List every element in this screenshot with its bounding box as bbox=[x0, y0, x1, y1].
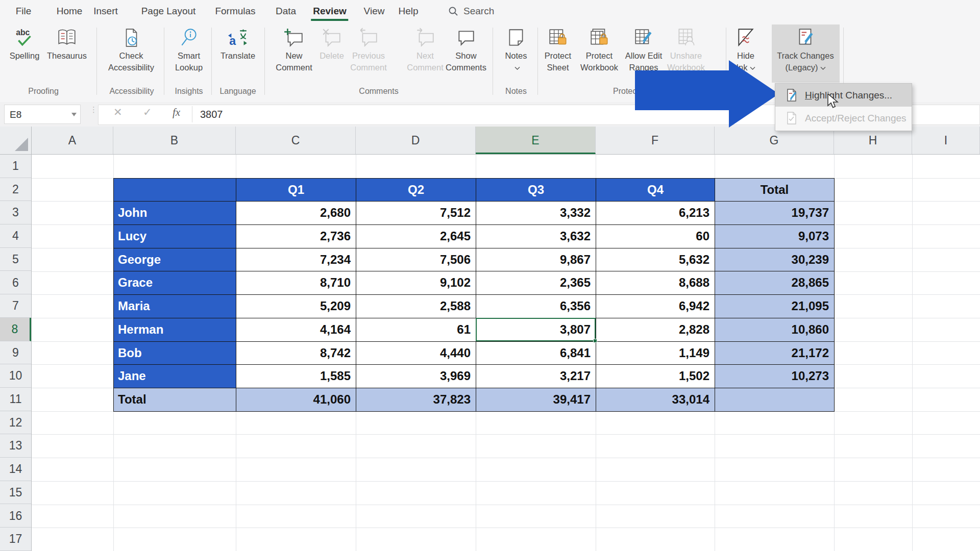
new-comment-button[interactable]: New Comment bbox=[272, 26, 316, 83]
total-row-value[interactable]: 33,014 bbox=[596, 388, 715, 412]
row-header-10[interactable]: 10 bbox=[0, 364, 31, 388]
value-cell[interactable]: 8,742 bbox=[236, 342, 356, 365]
thesaurus-button[interactable]: Thesaurus bbox=[45, 26, 89, 83]
name-cell[interactable]: Grace bbox=[114, 271, 236, 295]
total-cell[interactable]: 28,865 bbox=[715, 271, 835, 295]
total-row-value[interactable]: 41,060 bbox=[236, 388, 356, 412]
table-header-Q1[interactable]: Q1 bbox=[236, 179, 356, 202]
formula-bar-grip[interactable]: ⋮ bbox=[90, 107, 97, 112]
value-cell[interactable]: 1,502 bbox=[596, 365, 715, 388]
total-row-value[interactable]: 39,417 bbox=[476, 388, 596, 412]
row-header-7[interactable]: 7 bbox=[0, 294, 31, 318]
row-header-4[interactable]: 4 bbox=[0, 224, 31, 248]
fx-icon[interactable]: fx bbox=[173, 106, 180, 119]
total-cell[interactable]: 21,172 bbox=[715, 342, 835, 365]
total-cell[interactable]: 19,737 bbox=[715, 202, 835, 225]
show-comments-button[interactable]: Show Comments bbox=[442, 26, 491, 83]
total-cell[interactable]: 10,860 bbox=[715, 318, 835, 342]
formula-input[interactable]: 3807 bbox=[200, 102, 223, 127]
row-header-15[interactable]: 15 bbox=[0, 481, 31, 505]
row-header-1[interactable]: 1 bbox=[0, 155, 31, 178]
tab-insert[interactable]: Insert bbox=[93, 0, 118, 22]
row-header-2[interactable]: 2 bbox=[0, 178, 31, 202]
total-cell[interactable]: 10,273 bbox=[715, 365, 835, 388]
value-cell[interactable]: 2,365 bbox=[476, 271, 596, 295]
tab-file[interactable]: File bbox=[16, 0, 32, 22]
row-header-5[interactable]: 5 bbox=[0, 248, 31, 271]
name-cell[interactable]: Bob bbox=[114, 342, 236, 365]
hide-ink-button[interactable]: Hide Ink bbox=[730, 26, 761, 83]
name-box-caret-icon[interactable] bbox=[71, 113, 77, 116]
column-header-E[interactable]: E bbox=[476, 127, 596, 154]
row-header-11[interactable]: 11 bbox=[0, 388, 31, 411]
value-cell[interactable]: 8,688 bbox=[596, 271, 715, 295]
tab-home[interactable]: Home bbox=[57, 0, 83, 22]
tab-page-layout[interactable]: Page Layout bbox=[141, 0, 196, 22]
fill-handle[interactable] bbox=[593, 339, 597, 343]
notes-button[interactable]: Notes bbox=[501, 26, 531, 83]
name-cell[interactable]: Lucy bbox=[114, 225, 236, 248]
value-cell[interactable]: 8,710 bbox=[236, 271, 356, 295]
total-row-value[interactable]: 37,823 bbox=[356, 388, 476, 412]
value-cell[interactable]: 6,213 bbox=[596, 202, 715, 225]
tab-review[interactable]: Review bbox=[313, 0, 346, 22]
row-header-13[interactable]: 13 bbox=[0, 434, 31, 458]
check-accessibility-button[interactable]: Check Accessibility bbox=[103, 26, 160, 83]
menu-item-highlight-changes[interactable]: Highlight Changes... bbox=[775, 84, 912, 107]
row-header-6[interactable]: 6 bbox=[0, 271, 31, 295]
table-header-Q4[interactable]: Q4 bbox=[596, 179, 715, 202]
value-cell[interactable]: 9,102 bbox=[356, 271, 476, 295]
column-header-C[interactable]: C bbox=[236, 127, 356, 154]
value-cell[interactable]: 3,332 bbox=[476, 202, 596, 225]
value-cell[interactable]: 7,512 bbox=[356, 202, 476, 225]
value-cell[interactable]: 6,942 bbox=[596, 295, 715, 318]
value-cell[interactable]: 2,588 bbox=[356, 295, 476, 318]
row-header-14[interactable]: 14 bbox=[0, 458, 31, 481]
select-all-button[interactable] bbox=[0, 127, 32, 154]
allow-edit-ranges-button[interactable]: Allow Edit Ranges bbox=[623, 26, 665, 83]
column-header-I[interactable]: I bbox=[912, 127, 980, 154]
row-header-3[interactable]: 3 bbox=[0, 201, 31, 224]
value-cell[interactable]: 3,969 bbox=[356, 365, 476, 388]
total-row-label[interactable]: Total bbox=[114, 388, 236, 412]
name-cell[interactable]: John bbox=[114, 202, 236, 225]
value-cell[interactable]: 9,867 bbox=[476, 248, 596, 272]
row-header-16[interactable]: 16 bbox=[0, 505, 31, 528]
track-changes-legacy-button[interactable]: Track Changes (Legacy) bbox=[772, 26, 839, 83]
value-cell[interactable]: 1,585 bbox=[236, 365, 356, 388]
row-header-12[interactable]: 12 bbox=[0, 411, 31, 435]
value-cell[interactable]: 3,632 bbox=[476, 225, 596, 248]
value-cell[interactable]: 2,828 bbox=[596, 318, 715, 342]
translate-button[interactable]: a Translate bbox=[216, 26, 260, 83]
value-cell[interactable]: 4,440 bbox=[356, 342, 476, 365]
value-cell[interactable]: 2,736 bbox=[236, 225, 356, 248]
tab-help[interactable]: Help bbox=[398, 0, 418, 22]
name-cell[interactable]: Maria bbox=[114, 295, 236, 318]
value-cell[interactable]: 2,645 bbox=[356, 225, 476, 248]
table-header-Q3[interactable]: Q3 bbox=[476, 179, 596, 202]
row-header-9[interactable]: 9 bbox=[0, 341, 31, 365]
tab-view[interactable]: View bbox=[364, 0, 385, 22]
column-header-D[interactable]: D bbox=[356, 127, 476, 154]
search-box[interactable]: Search bbox=[448, 0, 494, 22]
value-cell[interactable]: 7,506 bbox=[356, 248, 476, 272]
name-cell[interactable]: Jane bbox=[114, 365, 236, 388]
row-header-17[interactable]: 17 bbox=[0, 528, 31, 551]
total-cell[interactable]: 9,073 bbox=[715, 225, 835, 248]
table-header-Total[interactable]: Total bbox=[715, 179, 835, 202]
spelling-button[interactable]: abc Spelling bbox=[5, 26, 44, 83]
name-cell[interactable]: George bbox=[114, 248, 236, 272]
total-cell[interactable]: 30,239 bbox=[715, 248, 835, 272]
value-cell[interactable]: 6,841 bbox=[476, 342, 596, 365]
value-cell[interactable]: 2,680 bbox=[236, 202, 356, 225]
selected-cell-outline[interactable] bbox=[476, 318, 596, 341]
total-cell[interactable]: 21,095 bbox=[715, 295, 835, 318]
value-cell[interactable]: 6,356 bbox=[476, 295, 596, 318]
value-cell[interactable]: 60 bbox=[596, 225, 715, 248]
name-cell[interactable]: Herman bbox=[114, 318, 236, 342]
value-cell[interactable]: 5,632 bbox=[596, 248, 715, 272]
table-corner-cell[interactable] bbox=[114, 179, 236, 202]
value-cell[interactable]: 61 bbox=[356, 318, 476, 342]
value-cell[interactable]: 3,217 bbox=[476, 365, 596, 388]
smart-lookup-button[interactable]: Smart Lookup bbox=[168, 26, 209, 83]
